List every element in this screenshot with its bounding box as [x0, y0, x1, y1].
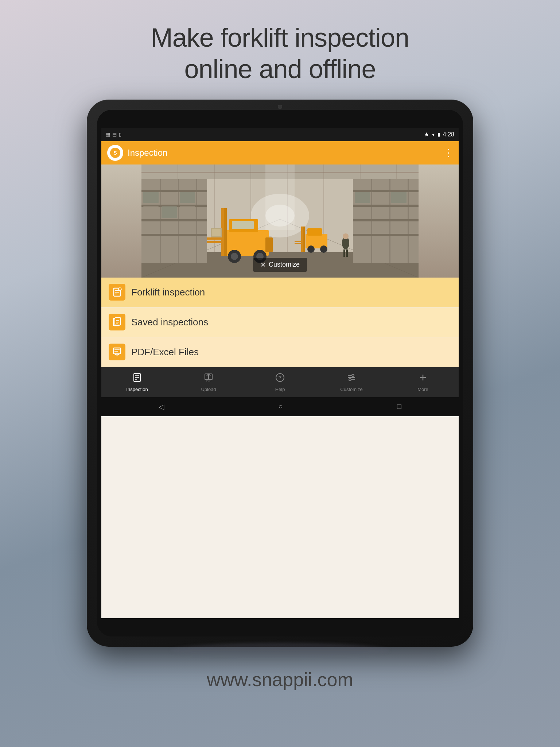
svg-rect-60	[295, 243, 303, 244]
svg-point-97	[349, 379, 351, 381]
inspection-nav-label: Inspection	[126, 387, 148, 392]
screen: ▦ ▤ ▯ ★ ▾ ▮ 4:28	[101, 128, 459, 618]
nav-more[interactable]: More	[387, 372, 459, 392]
header-line1: Make forklift inspection	[151, 23, 409, 52]
more-nav-icon	[418, 372, 428, 385]
svg-rect-34	[371, 179, 372, 263]
nav-inspection[interactable]: Inspection	[101, 372, 173, 392]
nav-upload[interactable]: PDF Upload	[173, 372, 244, 392]
bottom-nav: Inspection PDF Upload	[101, 367, 459, 397]
status-right: ★ ▾ ▮ 4:28	[424, 131, 454, 138]
customize-nav-label: Customize	[340, 387, 362, 392]
back-button[interactable]: ◁	[159, 402, 164, 411]
customize-nav-icon	[346, 372, 357, 385]
svg-rect-56	[307, 228, 322, 236]
svg-text:+: +	[119, 289, 121, 291]
header-text: Make forklift inspection online and offl…	[151, 22, 409, 85]
svg-rect-81	[114, 349, 120, 350]
svg-text:?: ?	[279, 375, 282, 380]
footer-url: www.snappii.com	[207, 669, 353, 690]
app-bar: S Inspection ⋮	[101, 141, 459, 165]
android-nav: ◁ ○ □	[101, 397, 459, 416]
svg-rect-54	[265, 237, 273, 252]
app-logo: S	[107, 145, 123, 161]
customize-button[interactable]: ✕ Customize	[253, 258, 307, 272]
svg-rect-22	[196, 179, 197, 263]
notification-icon3: ▯	[119, 132, 121, 137]
pdf-excel-icon	[109, 344, 125, 360]
svg-rect-24	[162, 192, 177, 203]
saved-inspections-label: Saved inspections	[131, 317, 208, 328]
menu-item-pdf-excel[interactable]: PDF/Excel Files	[101, 337, 459, 367]
upload-nav-icon: PDF	[203, 372, 214, 385]
home-button[interactable]: ○	[278, 402, 283, 411]
nav-help[interactable]: ? Help	[244, 372, 316, 392]
svg-rect-37	[355, 192, 370, 203]
wifi-icon: ▾	[432, 132, 435, 138]
status-left: ▦ ▤ ▯	[106, 132, 121, 137]
svg-rect-27	[162, 206, 177, 218]
svg-rect-21	[178, 179, 179, 263]
forklift-inspection-label: Forklift inspection	[131, 287, 205, 298]
upload-nav-label: Upload	[201, 387, 216, 392]
status-bar: ▦ ▤ ▯ ★ ▾ ▮ 4:28	[101, 128, 459, 141]
svg-point-64	[343, 233, 349, 239]
tablet-reflection	[171, 643, 389, 658]
battery-icon: ▮	[438, 132, 440, 137]
svg-rect-26	[143, 206, 159, 218]
header-line2: online and offline	[184, 54, 376, 84]
camera-dot	[278, 105, 282, 109]
svg-rect-59	[295, 241, 303, 242]
customize-label: Customize	[269, 261, 300, 268]
svg-rect-38	[373, 192, 388, 203]
help-nav-label: Help	[275, 387, 285, 392]
tablet-mockup: ▦ ▤ ▯ ★ ▾ ▮ 4:28	[87, 100, 473, 647]
svg-text:PDF: PDF	[206, 380, 211, 382]
svg-rect-25	[180, 192, 195, 203]
tablet-inner: ▦ ▤ ▯ ★ ▾ ▮ 4:28	[97, 110, 463, 636]
svg-rect-48	[207, 237, 222, 240]
svg-point-61	[307, 245, 315, 253]
svg-point-62	[320, 245, 327, 253]
svg-rect-49	[207, 241, 222, 243]
menu-list: + Forklift inspection	[101, 278, 459, 367]
tablet-body: ▦ ▤ ▯ ★ ▾ ▮ 4:28	[87, 100, 473, 647]
svg-rect-57	[301, 227, 303, 252]
help-nav-icon: ?	[275, 372, 285, 385]
svg-rect-23	[143, 192, 159, 203]
time-display: 4:28	[443, 131, 454, 138]
overflow-menu-icon[interactable]: ⋮	[443, 147, 453, 159]
notification-icon2: ▤	[112, 132, 117, 137]
customize-icon: ✕	[260, 261, 266, 269]
svg-rect-68	[212, 229, 221, 236]
pdf-excel-label: PDF/Excel Files	[131, 347, 199, 358]
svg-point-96	[352, 374, 354, 376]
recents-button[interactable]: □	[397, 402, 401, 411]
warehouse-image: ✕ Customize	[101, 165, 459, 278]
svg-rect-65	[343, 249, 345, 257]
saved-inspections-icon	[109, 314, 125, 330]
svg-rect-42	[265, 165, 295, 230]
svg-rect-39	[391, 192, 407, 203]
svg-rect-58	[303, 227, 305, 252]
svg-rect-36	[408, 179, 409, 263]
svg-rect-35	[389, 179, 390, 263]
svg-rect-66	[346, 249, 348, 257]
svg-rect-20	[160, 179, 161, 263]
svg-point-51	[231, 253, 238, 260]
notification-icon1: ▦	[106, 132, 110, 137]
svg-rect-47	[224, 208, 227, 256]
star-icon: ★	[424, 131, 429, 138]
svg-rect-82	[114, 351, 118, 352]
svg-text:S: S	[113, 150, 117, 156]
forklift-inspection-icon: +	[109, 284, 125, 301]
inspection-nav-icon	[132, 372, 142, 385]
svg-rect-45	[232, 221, 254, 229]
menu-item-forklift-inspection[interactable]: + Forklift inspection	[101, 278, 459, 307]
more-nav-label: More	[417, 387, 428, 392]
app-title: Inspection	[128, 148, 439, 158]
menu-item-saved-inspections[interactable]: Saved inspections	[101, 307, 459, 337]
svg-rect-28	[180, 206, 195, 218]
nav-customize[interactable]: Customize	[316, 372, 387, 392]
